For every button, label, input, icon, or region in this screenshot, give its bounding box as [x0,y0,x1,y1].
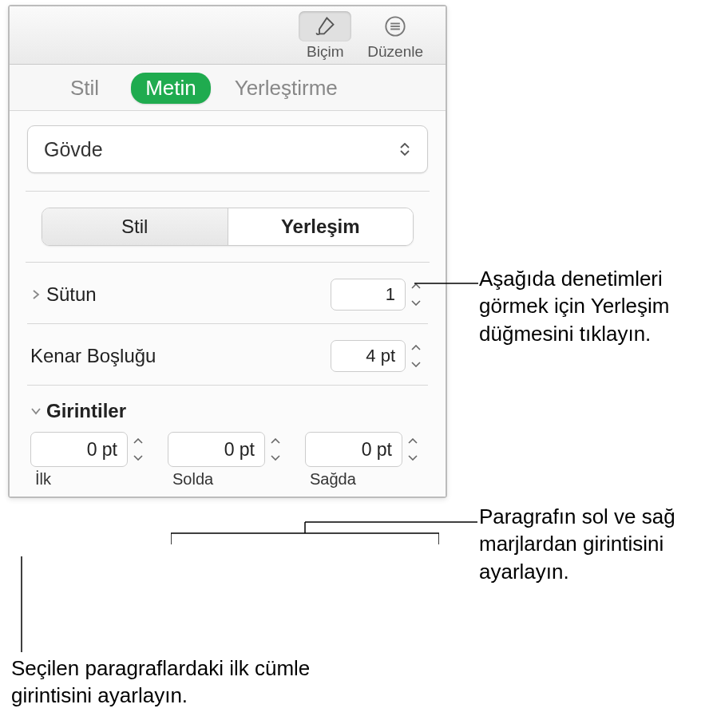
subtab-layout[interactable]: Yerleşim [228,208,414,245]
chevron-right-icon[interactable] [30,289,42,300]
tab-text[interactable]: Metin [131,73,211,104]
columns-step-down[interactable] [407,295,425,311]
subtab-segment: Stil Yerleşim [42,208,414,246]
indent-first-field: 0 pt İlk [30,432,147,489]
indent-right-label: Sağda [305,470,422,489]
subtab-row: Stil Yerleşim [27,192,428,246]
menu-circle-icon [384,15,406,38]
columns-step-up[interactable] [407,279,425,295]
indents-header-row: Girintiler [27,386,428,430]
panel-body: Gövde Stil Yerleşim Sütun 1 [10,111,446,497]
indent-right-step-down[interactable] [404,449,422,465]
chevron-updown-icon [398,143,411,156]
format-toolbar-item: Biçim [299,11,351,61]
paintbrush-icon [314,15,336,38]
paragraph-style-value: Gövde [44,138,103,161]
tab-placement[interactable]: Yerleştirme [220,73,352,104]
indents-header: Girintiler [46,400,126,422]
indent-right-step-up[interactable] [404,433,422,449]
columns-row: Sütun 1 [27,263,428,324]
margin-label: Kenar Boşluğu [30,345,156,367]
columns-label: Sütun [46,283,97,306]
callout-lr-indent: Paragrafın sol ve sağ marjlardan girinti… [479,503,703,585]
callout-first-indent: Seçilen paragraflardaki ilk cümle girint… [11,655,347,710]
margin-input[interactable]: 4 pt [331,340,406,372]
indent-first-input[interactable]: 0 pt [30,432,128,467]
indent-left-label: Solda [168,470,284,489]
tab-style[interactable]: Stil [32,73,121,104]
edit-button-label: Düzenle [367,43,423,61]
columns-stepper: 1 [331,279,425,311]
indent-right-input[interactable]: 0 pt [305,432,402,467]
margin-step-up[interactable] [407,340,425,356]
chevron-down-icon[interactable] [30,406,42,417]
indents-row: 0 pt İlk 0 pt Solda [27,430,428,492]
indent-left-step-up[interactable] [267,433,284,449]
margin-step-down[interactable] [407,356,425,372]
indent-first-step-up[interactable] [129,433,147,449]
format-inspector-panel: Biçim Düzenle Stil Metin Yerleştirme Göv… [8,5,447,498]
callout-layout-button: Aşağıda denetimleri görmek için Yerleşim… [479,265,703,347]
columns-input[interactable]: 1 [331,279,406,311]
margin-row: Kenar Boşluğu 4 pt [27,324,428,386]
indent-first-label: İlk [30,470,147,489]
format-button-label: Biçim [307,43,343,61]
inspector-toolbar: Biçim Düzenle [10,6,446,64]
subtab-style[interactable]: Stil [42,208,228,245]
indent-left-field: 0 pt Solda [168,432,284,489]
format-button[interactable] [299,11,351,42]
edit-button[interactable] [369,11,422,42]
margin-stepper: 4 pt [331,340,425,372]
main-tab-bar: Stil Metin Yerleştirme [10,65,446,111]
indent-left-input[interactable]: 0 pt [168,432,265,467]
paragraph-style-dropdown[interactable]: Gövde [27,125,428,173]
indent-right-field: 0 pt Sağda [305,432,422,489]
indent-first-step-down[interactable] [129,449,147,465]
indent-left-step-down[interactable] [267,449,284,465]
edit-toolbar-item: Düzenle [367,11,423,61]
